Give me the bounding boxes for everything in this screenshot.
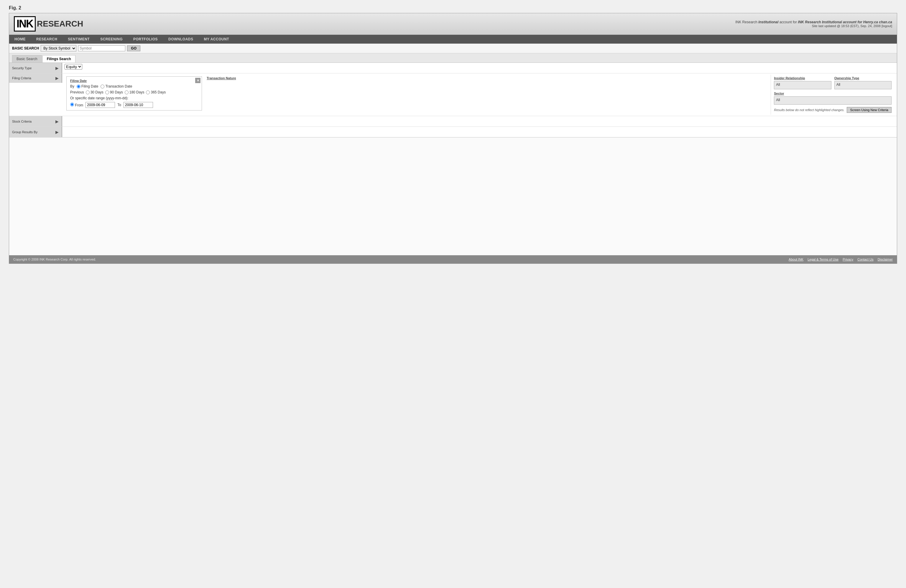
insider-ownership-panels: Insider Relationship All Ownership Type …	[774, 76, 892, 89]
30-days-radio[interactable]	[86, 91, 89, 94]
from-radio-label[interactable]: From	[70, 103, 83, 107]
nav-sentiment[interactable]: SENTIMENT	[62, 35, 95, 44]
footer-legal[interactable]: Legal & Terms of Use	[807, 258, 839, 261]
page-figure-label: Fig. 2	[0, 0, 906, 13]
results-area	[9, 137, 897, 255]
tabs-bar: Basic Search Filings Search	[9, 53, 897, 63]
security-type-arrow: ▶	[56, 66, 59, 70]
stock-criteria-content	[62, 116, 897, 126]
filing-date-radio[interactable]	[77, 84, 80, 88]
security-type-label: Security Type ▶	[9, 63, 62, 73]
filing-criteria-arrow: ▶	[56, 76, 59, 80]
filing-date-radio-label[interactable]: Filing Date	[77, 84, 98, 88]
30-days-label[interactable]: 30 Days	[86, 90, 104, 94]
header-info: INK Research Institutional account for I…	[735, 20, 892, 28]
search-type-select[interactable]: By Stock Symbol	[41, 45, 77, 52]
basic-search-bar: BASIC SEARCH By Stock Symbol GO	[9, 44, 897, 53]
insider-relationship-listbox[interactable]: All	[774, 81, 831, 89]
by-label: By	[70, 84, 74, 88]
close-filing-date[interactable]: ✕	[195, 78, 201, 83]
from-radio[interactable]	[70, 103, 74, 107]
security-type-content: Equity	[62, 63, 897, 73]
insider-relationship-panel: Insider Relationship All	[774, 76, 831, 89]
go-button[interactable]: GO	[127, 45, 140, 51]
ownership-type-panel: Ownership Type All	[834, 76, 892, 89]
ownership-type-listbox[interactable]: All	[834, 81, 892, 89]
symbol-input[interactable]	[78, 45, 125, 51]
filing-criteria-label: Filing Criteria ▶	[9, 73, 62, 83]
site-update: Site last updated @ 18:53 (EST), Sep. 24…	[735, 24, 892, 28]
footer-contact[interactable]: Contact Us	[857, 258, 873, 261]
stock-criteria-row: Stock Criteria ▶	[9, 116, 897, 127]
stock-criteria-arrow: ▶	[56, 119, 59, 124]
header: INK RESEARCH INK Research Institutional …	[9, 13, 897, 35]
nav-downloads[interactable]: DOWNLOADS	[163, 35, 199, 44]
by-radio-row: By Filing Date Transaction Date	[70, 84, 198, 88]
ownership-type-title: Ownership Type	[834, 76, 892, 80]
filing-date-title: Filing Date	[70, 79, 198, 83]
stock-criteria-label: Stock Criteria ▶	[9, 116, 62, 126]
screen-new-criteria-button[interactable]: Screen Using New Criteria	[847, 107, 892, 113]
filing-criteria-row: Filing Criteria ▶ Filing Date ✕ By Filin…	[9, 73, 897, 116]
to-date-input[interactable]	[124, 102, 153, 108]
sector-listbox[interactable]: All	[774, 96, 892, 105]
group-results-content	[62, 127, 897, 137]
logo-research: RESEARCH	[37, 19, 83, 29]
notice-text: Results below do not reflect highlighted…	[774, 108, 844, 112]
basic-search-label: BASIC SEARCH	[12, 46, 39, 50]
sector-title: Sector	[774, 92, 892, 95]
tab-filings-search[interactable]: Filings Search	[43, 55, 75, 62]
logo: INK RESEARCH	[14, 16, 83, 32]
insider-relationship-title: Insider Relationship	[774, 76, 831, 80]
from-date-input[interactable]	[86, 102, 115, 108]
180-days-radio[interactable]	[125, 91, 129, 94]
transaction-date-radio[interactable]	[100, 84, 104, 88]
main-content: Security Type ▶ Equity Filing Criteria ▶…	[9, 63, 897, 255]
transaction-nature-title: Transaction Nature	[207, 76, 768, 80]
90-days-radio[interactable]	[105, 91, 109, 94]
security-type-row: Security Type ▶ Equity	[9, 63, 897, 73]
footer-copyright: Copyright © 2008 INK Research Corp. All …	[13, 258, 96, 261]
previous-days-row: Previous 30 Days 90 Days 180 Days	[70, 90, 198, 94]
account-line: INK Research Institutional account for I…	[735, 20, 892, 24]
browser-window: INK RESEARCH INK Research Institutional …	[9, 13, 897, 264]
footer: Copyright © 2008 INK Research Corp. All …	[9, 255, 897, 263]
nav-research[interactable]: RESEARCH	[31, 35, 62, 44]
date-range-label: Or specific date range (yyyy-mm-dd):	[70, 96, 198, 100]
logo-ink: INK	[14, 16, 36, 32]
date-range-row: From To	[70, 102, 198, 108]
group-results-row: Group Results By ▶	[9, 127, 897, 137]
365-days-radio[interactable]	[146, 91, 150, 94]
tab-basic-search[interactable]: Basic Search	[12, 55, 42, 62]
footer-about-ink[interactable]: About INK	[789, 258, 803, 261]
footer-links: About INK Legal & Terms of Use Privacy C…	[789, 258, 893, 261]
group-results-label: Group Results By ▶	[9, 127, 62, 137]
90-days-label[interactable]: 90 Days	[105, 90, 123, 94]
nav-portfolios[interactable]: PORTFOLIOS	[128, 35, 163, 44]
footer-disclaimer[interactable]: Disclaimer	[878, 258, 893, 261]
security-type-select[interactable]: Equity	[65, 64, 82, 70]
transaction-nature-panel: Transaction Nature	[204, 75, 771, 83]
previous-label: Previous	[70, 90, 84, 94]
filing-date-panel: Filing Date ✕ By Filing Date Transaction…	[66, 76, 202, 110]
filing-criteria-content: Filing Date ✕ By Filing Date Transaction…	[62, 73, 897, 116]
nav-home[interactable]: HOME	[9, 35, 31, 44]
action-row: Results below do not reflect highlighted…	[774, 107, 892, 113]
group-results-arrow: ▶	[56, 130, 59, 134]
nav-bar: HOME RESEARCH SENTIMENT SCREENING PORTFO…	[9, 35, 897, 44]
nav-my-account[interactable]: MY ACCOUNT	[199, 35, 234, 44]
to-label: To	[117, 103, 121, 107]
sector-panel: Sector All	[774, 92, 892, 105]
footer-privacy[interactable]: Privacy	[842, 258, 853, 261]
180-days-label[interactable]: 180 Days	[125, 90, 144, 94]
right-criteria-panels: Insider Relationship All Ownership Type …	[771, 75, 895, 115]
from-label: From	[75, 103, 83, 107]
nav-screening[interactable]: SCREENING	[95, 35, 128, 44]
365-days-label[interactable]: 365 Days	[146, 90, 166, 94]
transaction-date-radio-label[interactable]: Transaction Date	[100, 84, 132, 88]
